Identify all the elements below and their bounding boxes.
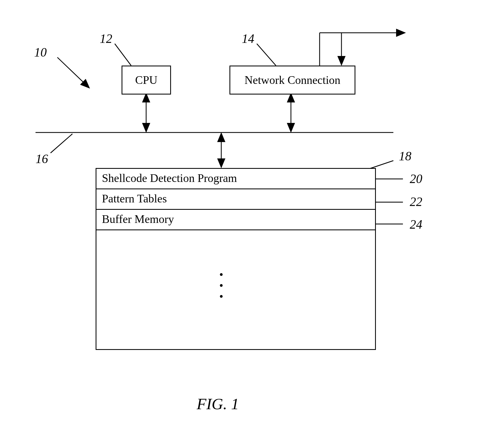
svg-line-2 (57, 57, 89, 87)
network-box: Network Connection (229, 66, 355, 95)
ref-18: 18 (399, 149, 411, 163)
network-label: Network Connection (244, 73, 340, 87)
memory-row-2: Pattern Tables (96, 189, 375, 210)
ellipsis-dots (220, 273, 223, 298)
ref-10: 10 (34, 45, 47, 60)
svg-line-6 (51, 134, 72, 153)
memory-box: Shellcode Detection Program Pattern Tabl… (96, 168, 376, 350)
dot (220, 284, 223, 287)
svg-line-3 (115, 44, 131, 66)
memory-row-3: Buffer Memory (96, 210, 375, 230)
ref-12: 12 (100, 31, 112, 46)
memory-row-1: Shellcode Detection Program (96, 169, 375, 189)
ref-14: 14 (242, 31, 254, 46)
cpu-box: CPU (122, 66, 171, 95)
dot (220, 273, 223, 276)
cpu-label: CPU (135, 73, 158, 87)
ref-16: 16 (36, 152, 48, 166)
dot (220, 295, 223, 298)
row2-label: Pattern Tables (102, 192, 167, 205)
figure-label: FIG. 1 (197, 395, 239, 413)
ref-20: 20 (410, 172, 422, 186)
ref-24: 24 (410, 217, 422, 232)
row3-label: Buffer Memory (102, 213, 174, 225)
ref-22: 22 (410, 194, 422, 209)
svg-line-4 (257, 44, 276, 66)
row1-label: Shellcode Detection Program (102, 172, 237, 184)
